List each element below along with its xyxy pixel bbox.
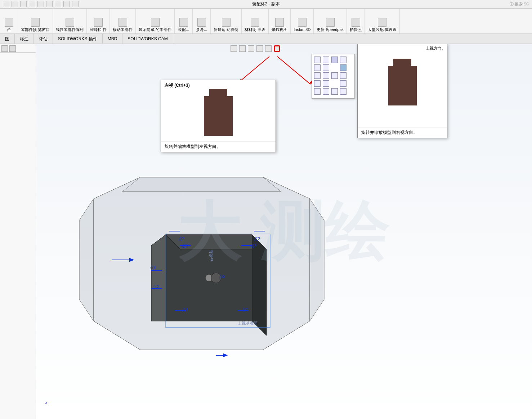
qat-icon[interactable] [37, 1, 44, 7]
tooltip-preview [358, 44, 447, 127]
point-label: 点2 [178, 236, 184, 241]
3d-viewport[interactable]: 左视 (Ctrl+3) 旋转并缩放模型到左视方向。 上视方向。 旋转并缩放模型到… [36, 44, 532, 419]
camera-icon [352, 18, 360, 27]
point-label: 点2 [219, 274, 225, 279]
tab[interactable]: MBD [103, 34, 123, 44]
ribbon-btn-preview[interactable]: 零部件预 览窗口 [18, 9, 53, 33]
prev-view-icon[interactable] [248, 45, 254, 52]
svg-marker-6 [252, 235, 267, 335]
right-view-icon[interactable] [323, 72, 329, 79]
view-icon[interactable] [314, 57, 321, 63]
tooltip-preview [161, 91, 276, 141]
point-label: 点2 [242, 307, 248, 312]
svg-marker-2 [310, 199, 324, 321]
view-icon[interactable] [323, 57, 329, 63]
back-view-icon[interactable] [323, 64, 329, 71]
plane-label: 右视基 [209, 250, 213, 262]
normal-to-icon[interactable] [340, 80, 347, 87]
ribbon-btn-speedpak[interactable]: 更新 Speedpak [314, 9, 347, 33]
view-cube-icon[interactable] [331, 57, 338, 63]
ribbon-btn-fastener[interactable]: 智能扣 件 [87, 9, 110, 33]
tooltip-description: 旋转并缩放模型到右视方向。 [358, 127, 447, 138]
zoom-area-icon[interactable] [239, 45, 246, 52]
view-cube-icon[interactable] [340, 64, 347, 71]
top-view-icon[interactable] [331, 72, 338, 79]
title-bar: 装配体2 - 副本 ⓘ 搜索 SC [0, 0, 532, 9]
instant3d-icon [298, 18, 307, 27]
point-label: 点3 [182, 307, 188, 312]
qat-icon[interactable] [63, 1, 70, 7]
qat-icon[interactable] [55, 1, 61, 7]
qat-icon[interactable] [12, 1, 18, 7]
svg-marker-7 [151, 235, 166, 321]
tab[interactable]: 图 [0, 34, 15, 44]
viewport-2h-icon[interactable] [323, 88, 329, 95]
section-icon[interactable] [256, 45, 263, 52]
ribbon-btn[interactable]: 台 [0, 9, 18, 33]
tab[interactable]: SOLIDWORKS 插件 [53, 34, 103, 44]
qat-icon[interactable] [20, 1, 27, 7]
ribbon-btn-snapshot[interactable]: 拍快照 [347, 9, 365, 33]
tree-icon[interactable] [1, 45, 8, 52]
view-orientation-popup [312, 54, 355, 99]
left-view-icon[interactable] [314, 72, 321, 79]
viewport-1-icon[interactable] [314, 88, 321, 95]
tab[interactable]: SOLIDWORKS CAM [122, 34, 173, 44]
bom-icon [251, 18, 259, 27]
viewport-4-icon[interactable] [340, 88, 347, 95]
ribbon-btn-assembly[interactable]: 装配... [175, 9, 193, 33]
left-view-tooltip: 左视 (Ctrl+3) 旋转并缩放模型到左视方向。 [161, 80, 276, 152]
view-orientation-button[interactable] [274, 45, 280, 52]
model-preview-icon [204, 96, 233, 136]
move-icon [119, 18, 127, 27]
ribbon-btn-bom[interactable]: 材料明 细表 [242, 9, 269, 33]
zoom-fit-icon[interactable] [231, 45, 237, 52]
qat-icon[interactable] [72, 1, 79, 7]
coordinate-triad: z [45, 401, 47, 405]
display-style-icon[interactable] [265, 45, 272, 52]
dimetric-view-icon[interactable] [323, 80, 329, 87]
qat-icon[interactable] [46, 1, 53, 7]
ribbon-toolbar: 台 零部件预 览窗口 线性零部件阵列 智能扣 件 移动零部件 显示隐藏 的零部件… [0, 9, 532, 34]
cube-icon [5, 18, 13, 27]
command-tabs: 图 标注 评估 SOLIDWORKS 插件 MBD SOLIDWORKS CAM [0, 34, 532, 44]
point-label: 点3 [182, 244, 188, 248]
heads-up-toolbar [231, 45, 280, 52]
bottom-view-icon[interactable] [340, 72, 347, 79]
plane-label: 上视基准面 [238, 321, 258, 325]
chevron-icon[interactable] [340, 57, 347, 63]
tab[interactable]: 评估 [34, 34, 53, 44]
qat-icon[interactable] [3, 1, 9, 7]
3d-model: 点2 点2 点3 点3 点3 点2 点2 点3 点2 上视基准面 右视基 [58, 156, 346, 379]
front-view-icon[interactable] [314, 64, 321, 71]
ribbon-btn-largeassy[interactable]: 大型装配 体设置 [365, 9, 400, 33]
motion-icon [222, 18, 231, 27]
preview-icon [31, 18, 40, 27]
viewport-2v-icon[interactable] [331, 88, 338, 95]
point-label: 点2 [254, 236, 260, 241]
point-label: 点3 [149, 265, 156, 270]
svg-marker-3 [79, 199, 94, 321]
annotation-arrow [239, 56, 270, 82]
point-label: 点2 [153, 284, 159, 289]
largeassy-icon [378, 18, 386, 27]
ribbon-btn-reference[interactable]: 参考... [193, 9, 211, 33]
svg-marker-21 [223, 354, 227, 357]
ribbon-btn-explode[interactable]: 爆炸视图 [269, 9, 291, 33]
iso-view-icon[interactable] [314, 80, 321, 87]
document-title: 装配体2 - 副本 [252, 1, 280, 7]
qat-icon[interactable] [29, 1, 35, 7]
ribbon-btn-instant3d[interactable]: Instant3D [291, 9, 314, 33]
feature-tree-panel [0, 44, 36, 419]
ribbon-btn-motion[interactable]: 新建运 动算例 [211, 9, 242, 33]
svg-marker-1 [122, 177, 281, 192]
tree-icon[interactable] [9, 45, 16, 52]
tab[interactable]: 标注 [15, 34, 34, 44]
main-area: 左视 (Ctrl+3) 旋转并缩放模型到左视方向。 上视方向。 旋转并缩放模型到… [0, 44, 532, 419]
pattern-icon [66, 18, 74, 27]
search-box[interactable]: ⓘ 搜索 SC [510, 1, 529, 7]
ribbon-btn-pattern[interactable]: 线性零部件阵列 [53, 9, 87, 33]
ribbon-btn-showhide[interactable]: 显示隐藏 的零部件 [136, 9, 175, 33]
ribbon-btn-move[interactable]: 移动零部件 [110, 9, 136, 33]
quick-access-toolbar [3, 1, 79, 7]
